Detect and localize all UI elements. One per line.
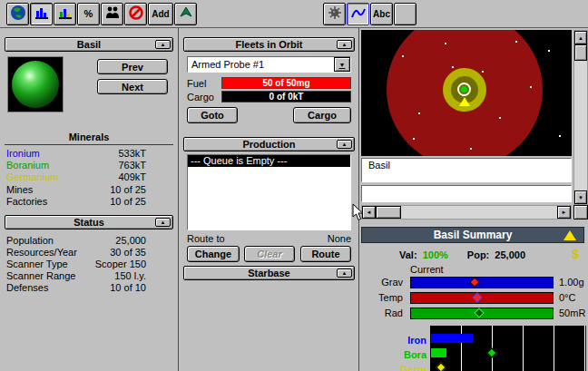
starbase-title: Starbase [248,268,289,278]
planet-globe [12,61,59,108]
mineral-value: 409kT [118,171,146,183]
map-stars [361,30,572,156]
planet-title: Basil [77,39,101,50]
blank-toolbar-button[interactable] [394,3,416,25]
mineral-label: Ironium [6,148,40,159]
val-pop-row: Val: 100% Pop: 25,000 [399,249,525,262]
no-info-view-button[interactable] [124,3,147,25]
fleets-in-orbit-title: Fleets in Orbit [236,39,303,50]
route-to-label: Route to [187,233,225,244]
cycle-planet-arrow[interactable] [564,230,576,240]
mineral-row: Mines 10 of 25 [6,184,177,196]
location-list[interactable]: Basil [361,158,572,182]
location-list-item[interactable]: Basil [362,160,571,171]
clear-button[interactable]: Clear [244,246,295,262]
graph-label-germ: Germ [359,364,426,371]
env-row-rad: Rad 50mR [363,308,586,320]
scanner-summary-panel: ▲ ▼ Basil ◄ ► Basil Summary Val: 100% Po… [359,30,588,371]
stars-game-window: { "glyphs": { "collapse": "▲", "dropdown… [0,0,588,371]
pop-label: Pop: [467,249,489,260]
arrow-left-icon: ◄ [367,210,372,215]
cargo-gauge: 0 of 0kT [221,91,351,103]
add-waypoint-label: Add [152,9,169,19]
scroll-down-button[interactable]: ▼ [574,190,587,204]
val-label: Val: [399,249,417,260]
ship-icon [179,5,193,22]
add-waypoint-button[interactable]: Add [148,3,173,25]
mineral-label: Boranium [6,160,49,171]
surface-minerals-view-button[interactable] [30,3,53,25]
collapse-button[interactable]: ▲ [337,140,352,149]
collapse-button[interactable]: ▲ [155,40,171,49]
percent-icon: % [84,8,93,19]
hscroll-thumb[interactable] [376,206,401,219]
arrow-up-icon: ▲ [578,35,583,41]
status-header-bar: Status ▲ [5,215,173,229]
env-row-temp: Temp 0°C [363,292,586,305]
collapse-button[interactable]: ▲ [337,40,352,49]
minefields-toggle-button[interactable] [323,3,346,25]
fleet-production-panel: Fleets in Orbit ▲ Armed Probe #1 ▼ Fuel … [180,30,358,371]
panel-divider-left [178,28,179,371]
globe-icon [10,5,26,23]
location-list-extra [361,185,572,202]
mineral-concentration-view-button[interactable] [54,3,76,25]
scrollbar-corner [573,205,588,220]
population-view-button[interactable] [101,3,123,25]
production-queue-list[interactable]: --- Queue is Empty --- [187,154,351,230]
germ-concentration-marker [436,362,446,371]
fleets-in-orbit-bar: Fleets in Orbit ▲ [183,37,355,52]
mineral-value: 10 of 25 [110,184,146,196]
chevron-down-icon: ▼ [339,62,346,68]
queue-empty-item[interactable]: --- Queue is Empty --- [188,155,350,167]
percent-view-button[interactable]: % [77,3,100,25]
fleet-dropdown-value: Armed Probe #1 [191,58,264,71]
scroll-left-button[interactable]: ◄ [362,206,376,219]
fuel-label: Fuel [187,78,206,89]
starbase-bar: Starbase ▲ [183,266,355,280]
planet-image [7,56,64,112]
collapse-button[interactable]: ▲ [155,218,171,227]
status-row: Scanner Type Scoper 150 [6,259,177,270]
status-row: Scanner Range 150 l.y. [6,270,177,282]
change-button[interactable]: Change [187,246,240,262]
prev-button[interactable]: Prev [97,59,168,74]
fleet-dropdown[interactable]: Armed Probe #1 ▼ [187,56,351,73]
scroll-right-button[interactable]: ► [557,206,571,219]
mineral-row: Germanium 409kT [6,171,177,183]
no-entry-icon [128,5,144,23]
population-icon [105,5,120,22]
summary-title: Basil Summary [434,229,513,241]
fuel-gauge: 50 of 50mg [221,77,351,89]
scroll-up-button[interactable]: ▲ [574,31,587,44]
dropdown-arrow-button[interactable]: ▼ [334,57,350,72]
planet-view-button[interactable] [6,3,29,25]
cargo-button[interactable]: Cargo [293,107,351,123]
production-title: Production [242,139,295,150]
vscroll-thumb[interactable] [574,44,587,61]
temp-bar [410,292,554,304]
route-button[interactable]: Route [300,246,351,262]
mineral-row: Factories 10 of 25 [6,196,177,208]
route-value: None [328,233,351,244]
map-vscrollbar[interactable]: ▲ ▼ [573,30,588,205]
scanner-map[interactable] [361,30,572,156]
collapse-button[interactable]: ▲ [337,268,352,278]
arrow-right-icon: ► [562,210,567,215]
status-row: Population 25,000 [6,235,177,247]
ship-filter-button[interactable] [174,3,197,25]
bora-surface-bar [431,348,446,357]
mineral-label: Germanium [6,171,58,182]
fleet-paths-toggle-button[interactable] [347,3,369,25]
map-hscrollbar[interactable]: ◄ ► [361,205,572,220]
concentration-chart-icon [58,5,73,22]
ship-names-toggle-button[interactable]: Abc [370,3,393,25]
status-row: Defenses 10 of 10 [6,282,177,294]
mineral-graph [430,326,586,371]
arrow-down-icon: ▼ [578,195,583,200]
toolbar: % Add Abc [0,0,588,28]
goto-button[interactable]: Goto [187,107,238,123]
next-button[interactable]: Next [97,79,168,94]
cargo-label: Cargo [187,92,214,103]
grav-marker [469,277,479,287]
